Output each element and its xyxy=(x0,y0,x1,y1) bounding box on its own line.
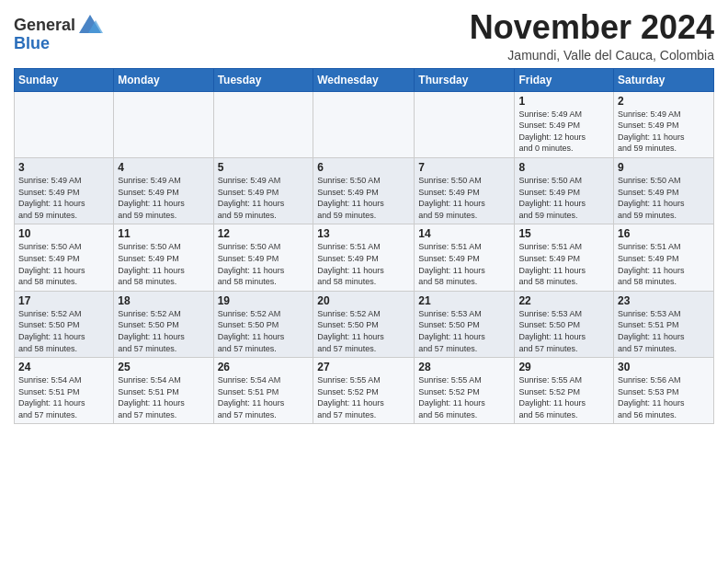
calendar-cell: 20Sunrise: 5:52 AM Sunset: 5:50 PM Dayli… xyxy=(313,291,415,357)
day-number: 14 xyxy=(418,227,510,240)
calendar-cell: 2Sunrise: 5:49 AM Sunset: 5:49 PM Daylig… xyxy=(614,91,714,157)
week-row-4: 17Sunrise: 5:52 AM Sunset: 5:50 PM Dayli… xyxy=(15,291,714,357)
logo-general: General xyxy=(14,17,75,35)
calendar-cell: 7Sunrise: 5:50 AM Sunset: 5:49 PM Daylig… xyxy=(415,157,515,224)
day-number: 25 xyxy=(118,361,209,373)
day-info: Sunrise: 5:49 AM Sunset: 5:49 PM Dayligh… xyxy=(518,109,609,155)
calendar: SundayMondayTuesdayWednesdayThursdayFrid… xyxy=(14,68,714,425)
calendar-cell: 15Sunrise: 5:51 AM Sunset: 5:49 PM Dayli… xyxy=(515,224,614,291)
calendar-cell: 22Sunrise: 5:53 AM Sunset: 5:50 PM Dayli… xyxy=(515,291,614,357)
day-info: Sunrise: 5:54 AM Sunset: 5:51 PM Dayligh… xyxy=(18,374,109,420)
day-info: Sunrise: 5:50 AM Sunset: 5:49 PM Dayligh… xyxy=(18,241,109,287)
week-row-1: 1Sunrise: 5:49 AM Sunset: 5:49 PM Daylig… xyxy=(15,91,714,157)
logo: General Blue xyxy=(14,13,103,53)
day-info: Sunrise: 5:50 AM Sunset: 5:49 PM Dayligh… xyxy=(618,175,710,221)
day-header-monday: Monday xyxy=(114,68,213,91)
day-info: Sunrise: 5:52 AM Sunset: 5:50 PM Dayligh… xyxy=(218,308,310,354)
calendar-cell: 10Sunrise: 5:50 AM Sunset: 5:49 PM Dayli… xyxy=(15,224,114,291)
day-number: 2 xyxy=(618,95,710,108)
week-row-5: 24Sunrise: 5:54 AM Sunset: 5:51 PM Dayli… xyxy=(15,358,714,424)
day-number: 20 xyxy=(317,294,410,307)
calendar-cell: 30Sunrise: 5:56 AM Sunset: 5:53 PM Dayli… xyxy=(614,358,714,424)
day-info: Sunrise: 5:55 AM Sunset: 5:52 PM Dayligh… xyxy=(418,374,510,420)
day-header-tuesday: Tuesday xyxy=(213,68,313,91)
calendar-cell: 25Sunrise: 5:54 AM Sunset: 5:51 PM Dayli… xyxy=(114,358,213,424)
calendar-cell: 21Sunrise: 5:53 AM Sunset: 5:50 PM Dayli… xyxy=(415,291,515,357)
calendar-cell: 24Sunrise: 5:54 AM Sunset: 5:51 PM Dayli… xyxy=(15,358,114,424)
day-number: 30 xyxy=(618,361,710,373)
day-header-thursday: Thursday xyxy=(415,68,515,91)
day-info: Sunrise: 5:50 AM Sunset: 5:49 PM Dayligh… xyxy=(418,175,510,221)
day-number: 11 xyxy=(118,227,209,240)
calendar-cell: 12Sunrise: 5:50 AM Sunset: 5:49 PM Dayli… xyxy=(213,224,313,291)
day-info: Sunrise: 5:50 AM Sunset: 5:49 PM Dayligh… xyxy=(218,241,310,287)
month-title: November 2024 xyxy=(470,9,714,46)
calendar-cell: 11Sunrise: 5:50 AM Sunset: 5:49 PM Dayli… xyxy=(114,224,213,291)
day-number: 15 xyxy=(518,227,609,240)
day-info: Sunrise: 5:49 AM Sunset: 5:49 PM Dayligh… xyxy=(618,109,710,155)
day-info: Sunrise: 5:55 AM Sunset: 5:52 PM Dayligh… xyxy=(317,374,410,420)
day-info: Sunrise: 5:54 AM Sunset: 5:51 PM Dayligh… xyxy=(218,374,310,420)
day-info: Sunrise: 5:49 AM Sunset: 5:49 PM Dayligh… xyxy=(118,175,209,221)
day-info: Sunrise: 5:50 AM Sunset: 5:49 PM Dayligh… xyxy=(317,175,410,221)
day-number: 17 xyxy=(18,294,109,307)
day-number: 18 xyxy=(118,294,209,307)
calendar-cell xyxy=(114,91,213,157)
day-info: Sunrise: 5:49 AM Sunset: 5:49 PM Dayligh… xyxy=(18,175,109,221)
day-number: 21 xyxy=(418,294,510,307)
day-info: Sunrise: 5:52 AM Sunset: 5:50 PM Dayligh… xyxy=(18,308,109,354)
day-number: 8 xyxy=(518,161,609,174)
calendar-cell: 28Sunrise: 5:55 AM Sunset: 5:52 PM Dayli… xyxy=(415,358,515,424)
day-number: 16 xyxy=(618,227,710,240)
calendar-cell: 6Sunrise: 5:50 AM Sunset: 5:49 PM Daylig… xyxy=(313,157,415,224)
calendar-cell: 26Sunrise: 5:54 AM Sunset: 5:51 PM Dayli… xyxy=(213,358,313,424)
day-header-wednesday: Wednesday xyxy=(313,68,415,91)
calendar-cell: 9Sunrise: 5:50 AM Sunset: 5:49 PM Daylig… xyxy=(614,157,714,224)
calendar-cell: 3Sunrise: 5:49 AM Sunset: 5:49 PM Daylig… xyxy=(15,157,114,224)
day-number: 29 xyxy=(518,361,609,373)
calendar-cell: 17Sunrise: 5:52 AM Sunset: 5:50 PM Dayli… xyxy=(15,291,114,357)
day-info: Sunrise: 5:51 AM Sunset: 5:49 PM Dayligh… xyxy=(418,241,510,287)
day-number: 1 xyxy=(518,95,609,108)
calendar-cell: 14Sunrise: 5:51 AM Sunset: 5:49 PM Dayli… xyxy=(415,224,515,291)
calendar-cell: 5Sunrise: 5:49 AM Sunset: 5:49 PM Daylig… xyxy=(213,157,313,224)
day-info: Sunrise: 5:53 AM Sunset: 5:50 PM Dayligh… xyxy=(418,308,510,354)
day-info: Sunrise: 5:52 AM Sunset: 5:50 PM Dayligh… xyxy=(317,308,410,354)
day-number: 5 xyxy=(218,161,310,174)
day-header-saturday: Saturday xyxy=(614,68,714,91)
calendar-cell: 16Sunrise: 5:51 AM Sunset: 5:49 PM Dayli… xyxy=(614,224,714,291)
page: General Blue November 2024 Jamundi, Vall… xyxy=(0,0,728,563)
day-number: 26 xyxy=(218,361,310,373)
day-info: Sunrise: 5:51 AM Sunset: 5:49 PM Dayligh… xyxy=(618,241,710,287)
day-info: Sunrise: 5:50 AM Sunset: 5:49 PM Dayligh… xyxy=(518,175,609,221)
day-info: Sunrise: 5:52 AM Sunset: 5:50 PM Dayligh… xyxy=(118,308,209,354)
day-number: 28 xyxy=(418,361,510,373)
day-header-friday: Friday xyxy=(515,68,614,91)
calendar-cell: 8Sunrise: 5:50 AM Sunset: 5:49 PM Daylig… xyxy=(515,157,614,224)
day-number: 9 xyxy=(618,161,710,174)
day-number: 10 xyxy=(18,227,109,240)
day-info: Sunrise: 5:56 AM Sunset: 5:53 PM Dayligh… xyxy=(618,374,710,420)
day-number: 4 xyxy=(118,161,209,174)
day-info: Sunrise: 5:53 AM Sunset: 5:50 PM Dayligh… xyxy=(518,308,609,354)
day-info: Sunrise: 5:51 AM Sunset: 5:49 PM Dayligh… xyxy=(518,241,609,287)
day-number: 12 xyxy=(218,227,310,240)
day-number: 27 xyxy=(317,361,410,373)
calendar-cell xyxy=(15,91,114,157)
day-number: 3 xyxy=(18,161,109,174)
day-info: Sunrise: 5:51 AM Sunset: 5:49 PM Dayligh… xyxy=(317,241,410,287)
calendar-cell: 18Sunrise: 5:52 AM Sunset: 5:50 PM Dayli… xyxy=(114,291,213,357)
calendar-cell: 1Sunrise: 5:49 AM Sunset: 5:49 PM Daylig… xyxy=(515,91,614,157)
day-info: Sunrise: 5:50 AM Sunset: 5:49 PM Dayligh… xyxy=(118,241,209,287)
day-number: 23 xyxy=(618,294,710,307)
day-info: Sunrise: 5:53 AM Sunset: 5:51 PM Dayligh… xyxy=(618,308,710,354)
day-info: Sunrise: 5:49 AM Sunset: 5:49 PM Dayligh… xyxy=(218,175,310,221)
calendar-header-row: SundayMondayTuesdayWednesdayThursdayFrid… xyxy=(15,68,714,91)
calendar-cell: 29Sunrise: 5:55 AM Sunset: 5:52 PM Dayli… xyxy=(515,358,614,424)
day-info: Sunrise: 5:54 AM Sunset: 5:51 PM Dayligh… xyxy=(118,374,209,420)
calendar-cell: 23Sunrise: 5:53 AM Sunset: 5:51 PM Dayli… xyxy=(614,291,714,357)
day-number: 7 xyxy=(418,161,510,174)
day-number: 24 xyxy=(18,361,109,373)
week-row-3: 10Sunrise: 5:50 AM Sunset: 5:49 PM Dayli… xyxy=(15,224,714,291)
title-block: November 2024 Jamundi, Valle del Cauca, … xyxy=(470,9,714,63)
